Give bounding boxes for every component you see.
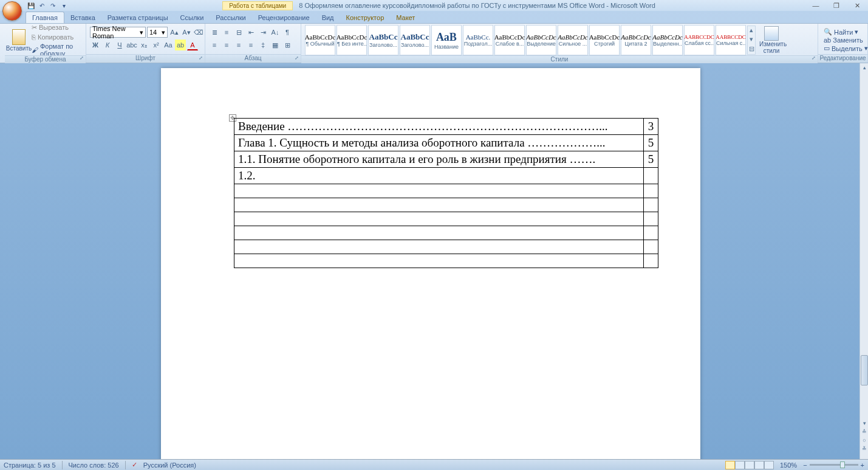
style-item[interactable]: AaBbCcDcСтрогий — [589, 25, 620, 55]
table-cell-text[interactable] — [234, 226, 644, 240]
document-table[interactable]: Введение ………………………………………………………………………...3… — [234, 118, 658, 268]
style-item[interactable]: AaBbCcDc¶ Без инте... — [337, 25, 367, 55]
clipboard-dialog-launcher[interactable]: ⤢ — [78, 55, 85, 62]
style-expand[interactable]: ⊟ — [748, 45, 755, 54]
align-center-button[interactable]: ≡ — [221, 40, 232, 50]
zoom-in-button[interactable]: + — [861, 461, 864, 469]
table-cell-page[interactable] — [644, 198, 658, 212]
table-cell-text[interactable] — [234, 212, 644, 226]
tab-home[interactable]: Главная — [26, 12, 64, 23]
tab-mailings[interactable]: Рассылки — [210, 12, 251, 23]
strike-button[interactable]: abc — [126, 40, 137, 50]
highlight-button[interactable]: ab — [175, 40, 186, 50]
page[interactable]: ✥ Введение ………………………………………………………………………..… — [161, 68, 700, 459]
style-item[interactable]: AaBbCc.Подзагол... — [463, 25, 493, 55]
table-cell-page[interactable] — [644, 254, 658, 268]
style-item[interactable]: AABBCCDCСлабая сс... — [684, 25, 714, 55]
view-print-layout[interactable] — [725, 461, 735, 469]
subscript-button[interactable]: x₂ — [138, 40, 149, 50]
table-cell-page[interactable] — [644, 184, 658, 198]
line-spacing-button[interactable]: ‡ — [258, 40, 268, 50]
scroll-down-button[interactable]: ▾ — [861, 420, 868, 427]
status-language[interactable]: Русский (Россия) — [143, 461, 196, 469]
tab-table-design[interactable]: Конструктор — [340, 12, 391, 23]
table-row[interactable]: 1.2. — [234, 168, 658, 184]
table-row[interactable]: 1.1. Понятие оборотного капитала и его р… — [234, 151, 658, 168]
zoom-level[interactable]: 150% — [780, 461, 797, 469]
style-item[interactable]: AaBbCcDcЦитата 2 — [621, 25, 651, 55]
tab-page-layout[interactable]: Разметка страницы — [101, 12, 174, 23]
style-item[interactable]: AABBCCDCСильная с... — [716, 25, 746, 55]
table-cell-page[interactable] — [644, 168, 658, 184]
font-color-button[interactable]: A — [187, 40, 198, 50]
style-item[interactable]: AaBbCcDcВыделенн... — [652, 25, 683, 55]
table-cell-text[interactable]: 1.2. — [234, 168, 644, 184]
justify-button[interactable]: ≡ — [245, 40, 256, 50]
save-button[interactable]: 💾 — [27, 1, 35, 10]
style-item[interactable]: АаВНазвание — [431, 25, 462, 55]
align-left-button[interactable]: ≡ — [209, 40, 220, 50]
underline-button[interactable]: Ч — [114, 40, 125, 50]
view-outline[interactable] — [754, 461, 764, 469]
style-item[interactable]: AaBbCcDc¶ Обычный — [305, 25, 335, 55]
cut-button[interactable]: ✂Вырезать — [30, 23, 82, 32]
view-full-screen[interactable] — [735, 461, 745, 469]
decrease-indent-button[interactable]: ⇤ — [245, 27, 256, 38]
table-cell-text[interactable] — [234, 184, 644, 198]
style-item[interactable]: AaBbCcDcВыделение — [526, 25, 556, 55]
document-area[interactable]: ✥ Введение ………………………………………………………………………..… — [0, 63, 859, 459]
clear-format-button[interactable]: ⌫ — [193, 27, 204, 38]
italic-button[interactable]: К — [102, 40, 113, 50]
find-button[interactable]: 🔍Найти▾ — [822, 28, 868, 36]
table-row[interactable] — [234, 184, 658, 198]
shrink-font-button[interactable]: A▾ — [181, 27, 192, 38]
tab-view[interactable]: Вид — [316, 12, 340, 23]
change-case-button[interactable]: Aa — [163, 40, 174, 50]
bullets-button[interactable]: ≣ — [209, 27, 220, 38]
undo-button[interactable]: ↶ — [38, 1, 46, 10]
table-cell-page[interactable]: 5 — [644, 151, 658, 168]
browse-object-button[interactable]: ○ — [861, 437, 868, 444]
tab-insert[interactable]: Вставка — [64, 12, 101, 23]
view-web[interactable] — [745, 461, 754, 469]
table-cell-page[interactable]: 5 — [644, 135, 658, 151]
table-row[interactable] — [234, 254, 658, 268]
table-cell-page[interactable]: 3 — [644, 119, 658, 135]
status-page[interactable]: Страница: 5 из 5 — [4, 461, 56, 469]
table-cell-text[interactable]: Введение ………………………………………………………………………... — [234, 119, 644, 135]
vertical-scrollbar[interactable]: ▴ ▾ ≙ ○ ≚ — [859, 63, 868, 459]
table-row[interactable]: Введение ………………………………………………………………………...3 — [234, 119, 658, 135]
style-scroll-up[interactable]: ▴ — [748, 26, 755, 35]
increase-indent-button[interactable]: ⇥ — [258, 27, 268, 38]
table-cell-text[interactable]: 1.1. Понятие оборотного капитала и его р… — [234, 151, 644, 168]
sort-button[interactable]: A↓ — [270, 27, 281, 38]
prev-page-button[interactable]: ≙ — [861, 429, 868, 436]
close-button[interactable]: ✕ — [851, 2, 863, 10]
redo-button[interactable]: ↷ — [49, 1, 57, 10]
tab-review[interactable]: Рецензирование — [252, 12, 316, 23]
table-cell-text[interactable] — [234, 254, 644, 268]
borders-button[interactable]: ⊞ — [282, 40, 293, 50]
change-styles-button[interactable]: Изменить стили — [757, 26, 786, 54]
table-cell-page[interactable] — [644, 226, 658, 240]
next-page-button[interactable]: ≚ — [861, 446, 868, 453]
table-cell-text[interactable]: Глава 1. Сущность и методы анализа оборо… — [234, 135, 644, 151]
font-name-selector[interactable]: Times New Roman▾ — [90, 27, 146, 38]
multilevel-button[interactable]: ⊟ — [233, 27, 244, 38]
table-cell-text[interactable] — [234, 240, 644, 254]
table-cell-page[interactable] — [644, 212, 658, 226]
table-row[interactable] — [234, 226, 658, 240]
style-item[interactable]: AaBbCcЗаголово... — [368, 25, 398, 55]
style-item[interactable]: AaBbCcDcСильное ... — [558, 25, 588, 55]
paragraph-dialog-launcher[interactable]: ⤢ — [293, 55, 300, 62]
style-scroll-down[interactable]: ▾ — [748, 35, 755, 44]
font-size-selector[interactable]: 14▾ — [147, 27, 168, 38]
table-row[interactable] — [234, 212, 658, 226]
styles-dialog-launcher[interactable]: ⤢ — [810, 55, 817, 62]
style-item[interactable]: AaBbCcDcСлабое в... — [494, 25, 525, 55]
scroll-up-button[interactable]: ▴ — [861, 64, 868, 72]
shading-button[interactable]: ▦ — [270, 40, 281, 50]
table-cell-page[interactable] — [644, 240, 658, 254]
table-row[interactable] — [234, 240, 658, 254]
zoom-out-button[interactable]: − — [803, 461, 807, 469]
